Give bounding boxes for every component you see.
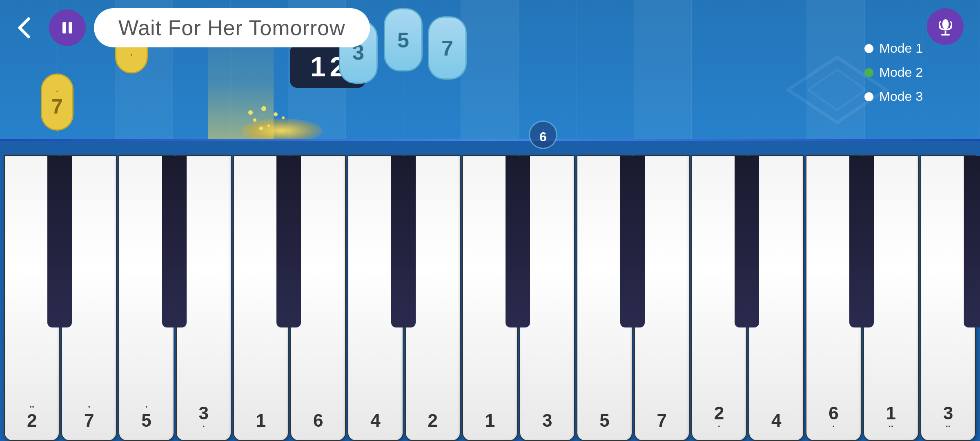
mic-button[interactable] <box>927 8 964 45</box>
black-key-visual <box>620 156 645 327</box>
falling-note-yellow-7-low: · 7 <box>41 74 74 131</box>
divider-line <box>0 139 980 141</box>
mode-3-item[interactable]: Mode 3 <box>864 89 923 104</box>
svg-point-2 <box>942 19 949 29</box>
svg-rect-1 <box>69 22 72 33</box>
piano-key-5[interactable]: 5 <box>577 155 632 441</box>
header: Wait For Her Tomorrow <box>8 8 972 47</box>
mode-2-label: Mode 2 <box>879 65 923 80</box>
sparkle-particle <box>282 116 285 119</box>
black-key-visual <box>47 156 72 327</box>
back-button[interactable] <box>8 11 41 44</box>
song-title: Wait For Her Tomorrow <box>94 8 370 47</box>
black-key-visual <box>391 156 416 327</box>
piano-key-4[interactable]: 4 <box>347 155 403 441</box>
mode-1-item[interactable]: Mode 1 <box>864 41 923 56</box>
piano-key-3-high2[interactable]: 3 ·· <box>920 155 976 441</box>
black-key-visual <box>735 156 759 327</box>
sparkle-particle <box>261 106 266 111</box>
piano-area: ·· 2 · 7 · 5 <box>0 139 980 441</box>
mode-3-label: Mode 3 <box>879 89 923 104</box>
piano-key-6-high1[interactable]: 6 · <box>806 155 861 441</box>
sparkle-particle <box>248 110 253 115</box>
mode-panel: Mode 1 Mode 2 Mode 3 <box>864 41 923 104</box>
piano-key-1-mid[interactable]: 1 <box>462 155 518 441</box>
black-key-visual <box>162 156 187 327</box>
mode-2-item[interactable]: Mode 2 <box>864 65 923 80</box>
mode-3-dot <box>864 92 873 101</box>
piano-key-5-low1[interactable]: · 5 <box>118 155 174 441</box>
sparkle-particle <box>259 127 263 130</box>
svg-rect-0 <box>62 22 66 33</box>
piano-key-1[interactable]: 1 <box>233 155 289 441</box>
piano-key-2-low2[interactable]: ·· 2 <box>4 155 60 441</box>
black-key-visual <box>506 156 530 327</box>
mode-1-label: Mode 1 <box>879 41 923 56</box>
black-key-visual <box>964 156 980 327</box>
mode-2-dot <box>864 68 873 77</box>
mode-1-dot <box>864 44 873 53</box>
pause-button[interactable] <box>49 9 86 46</box>
sparkle-particle <box>267 125 270 127</box>
divider-note-indicator: · 6 <box>529 120 557 149</box>
black-key-visual <box>276 156 301 327</box>
piano-keyboard: ·· 2 · 7 · 5 <box>0 155 980 441</box>
active-note-1: 1 <box>310 51 326 82</box>
sparkle-particle <box>274 112 278 116</box>
piano-key-2-high1[interactable]: 2 · <box>691 155 747 441</box>
game-container: · 7 3 · 1 2 3 5 7 · 6 <box>0 0 980 441</box>
black-key-visual <box>849 156 874 327</box>
sparkle-particle <box>253 118 256 122</box>
